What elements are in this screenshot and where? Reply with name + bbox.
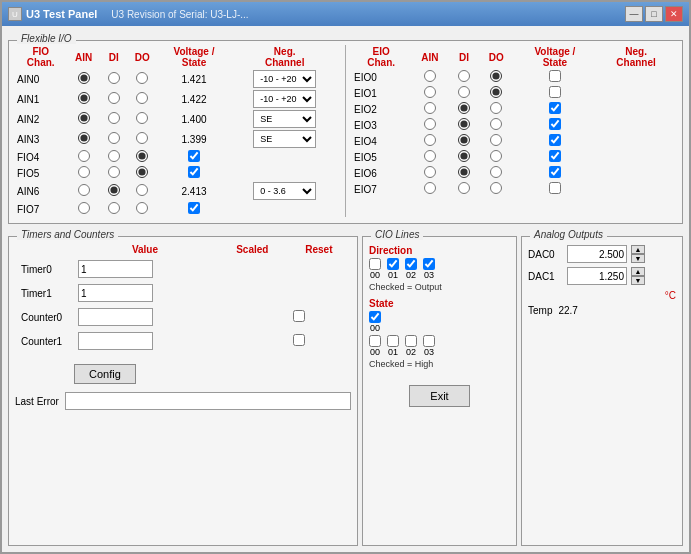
eio5-state-check[interactable]	[549, 150, 561, 162]
eio4-state-check[interactable]	[549, 134, 561, 146]
fio7-state-check[interactable]	[188, 202, 200, 214]
window-status: U3 Revision of Serial: U3-LJ-...	[111, 9, 248, 20]
fio4-ain-radio[interactable]	[78, 150, 90, 162]
eio6-di-radio[interactable]	[458, 166, 470, 178]
fio0-do-radio[interactable]	[136, 72, 148, 84]
dac1-input[interactable]	[567, 267, 627, 285]
fio0-neg-select[interactable]: -10 - +20SE0 - 3.6	[253, 70, 316, 88]
counter1-value-input[interactable]	[78, 332, 153, 350]
close-button[interactable]: ✕	[665, 6, 683, 22]
eio3-do-radio[interactable]	[490, 118, 502, 130]
config-button[interactable]: Config	[74, 364, 136, 384]
fio4-state-check[interactable]	[188, 150, 200, 162]
fio1-di-radio[interactable]	[108, 92, 120, 104]
eio-chan-label: EIO2	[352, 101, 410, 117]
fio4-di-radio[interactable]	[108, 150, 120, 162]
dac0-input[interactable]	[567, 245, 627, 263]
eio3-state-check[interactable]	[549, 118, 561, 130]
eio6-do-radio[interactable]	[490, 166, 502, 178]
minimize-button[interactable]: —	[625, 6, 643, 22]
fio2-di-radio[interactable]	[108, 112, 120, 124]
dac1-up-button[interactable]: ▲	[631, 267, 645, 276]
fio1-do-radio[interactable]	[136, 92, 148, 104]
counter1-label: Counter1	[17, 330, 72, 352]
fio3-do-radio[interactable]	[136, 132, 148, 144]
fio3-ain-radio[interactable]	[78, 132, 90, 144]
counter0-value-input[interactable]	[78, 308, 153, 326]
eio-chan-label: EIO7	[352, 181, 410, 197]
eio0-state-check[interactable]	[549, 70, 561, 82]
fio-left: FIOChan. AIN DI DO Voltage /State Neg.Ch…	[15, 45, 339, 217]
fio5-state-check[interactable]	[188, 166, 200, 178]
cio-state-00a-col: 00	[369, 311, 381, 333]
cio-dir-02-col: 02	[405, 258, 417, 280]
cio-state-01-check[interactable]	[387, 335, 399, 347]
eio6-state-check[interactable]	[549, 166, 561, 178]
cio-dir-03-check[interactable]	[423, 258, 435, 270]
timer0-value-input[interactable]	[78, 260, 153, 278]
eio6-ain-radio[interactable]	[424, 166, 436, 178]
eio2-ain-radio[interactable]	[424, 102, 436, 114]
cio-state-02-check[interactable]	[405, 335, 417, 347]
fio2-neg-select[interactable]: -10 - +20SE0 - 3.6	[253, 110, 316, 128]
fio6-ain-radio[interactable]	[78, 184, 90, 196]
fio-di-header: DI	[101, 45, 127, 69]
cio-dir-00-check[interactable]	[369, 258, 381, 270]
eio4-ain-radio[interactable]	[424, 134, 436, 146]
dac0-up-button[interactable]: ▲	[631, 245, 645, 254]
fio6-neg-select[interactable]: -10 - +20SE0 - 3.6	[253, 182, 316, 200]
fio0-ain-radio[interactable]	[78, 72, 90, 84]
counter0-reset-check[interactable]	[293, 310, 305, 322]
eio5-ain-radio[interactable]	[424, 150, 436, 162]
counter1-reset-check[interactable]	[293, 334, 305, 346]
eio5-di-radio[interactable]	[458, 150, 470, 162]
eio0-do-radio[interactable]	[490, 70, 502, 82]
eio7-do-radio[interactable]	[490, 182, 502, 194]
eio1-di-radio[interactable]	[458, 86, 470, 98]
maximize-button[interactable]: □	[645, 6, 663, 22]
eio5-do-radio[interactable]	[490, 150, 502, 162]
fio7-di-radio[interactable]	[108, 202, 120, 214]
fio4-do-radio[interactable]	[136, 150, 148, 162]
fio7-do-radio[interactable]	[136, 202, 148, 214]
eio7-di-radio[interactable]	[458, 182, 470, 194]
eio3-di-radio[interactable]	[458, 118, 470, 130]
fio5-di-radio[interactable]	[108, 166, 120, 178]
exit-button[interactable]: Exit	[409, 385, 469, 407]
fio6-do-radio[interactable]	[136, 184, 148, 196]
fio3-neg-select[interactable]: -10 - +20SE0 - 3.6	[253, 130, 316, 148]
cio-state-03-check[interactable]	[423, 335, 435, 347]
eio2-state-check[interactable]	[549, 102, 561, 114]
cio-state-00a-check[interactable]	[369, 311, 381, 323]
eio2-do-radio[interactable]	[490, 102, 502, 114]
eio4-di-radio[interactable]	[458, 134, 470, 146]
fio5-do-radio[interactable]	[136, 166, 148, 178]
eio2-di-radio[interactable]	[458, 102, 470, 114]
fio5-ain-radio[interactable]	[78, 166, 90, 178]
eio0-ain-radio[interactable]	[424, 70, 436, 82]
eio1-ain-radio[interactable]	[424, 86, 436, 98]
dac0-down-button[interactable]: ▼	[631, 254, 645, 263]
eio4-do-radio[interactable]	[490, 134, 502, 146]
fio1-neg-select[interactable]: -10 - +20SE0 - 3.6	[253, 90, 316, 108]
eio1-state-check[interactable]	[549, 86, 561, 98]
fio7-ain-radio[interactable]	[78, 202, 90, 214]
fio2-ain-radio[interactable]	[78, 112, 90, 124]
cio-dir-02-check[interactable]	[405, 258, 417, 270]
fio6-di-radio[interactable]	[108, 184, 120, 196]
fio3-di-radio[interactable]	[108, 132, 120, 144]
fio2-do-radio[interactable]	[136, 112, 148, 124]
fio1-ain-radio[interactable]	[78, 92, 90, 104]
cio-direction-label: Direction	[369, 245, 510, 256]
timer1-value-input[interactable]	[78, 284, 153, 302]
table-row: AIN2 1.400 -10 - +20SE0 - 3.6	[15, 109, 339, 129]
eio7-state-check[interactable]	[549, 182, 561, 194]
cio-state-00b-check[interactable]	[369, 335, 381, 347]
eio0-di-radio[interactable]	[458, 70, 470, 82]
dac1-down-button[interactable]: ▼	[631, 276, 645, 285]
eio1-do-radio[interactable]	[490, 86, 502, 98]
cio-dir-01-check[interactable]	[387, 258, 399, 270]
eio7-ain-radio[interactable]	[424, 182, 436, 194]
fio0-di-radio[interactable]	[108, 72, 120, 84]
eio3-ain-radio[interactable]	[424, 118, 436, 130]
